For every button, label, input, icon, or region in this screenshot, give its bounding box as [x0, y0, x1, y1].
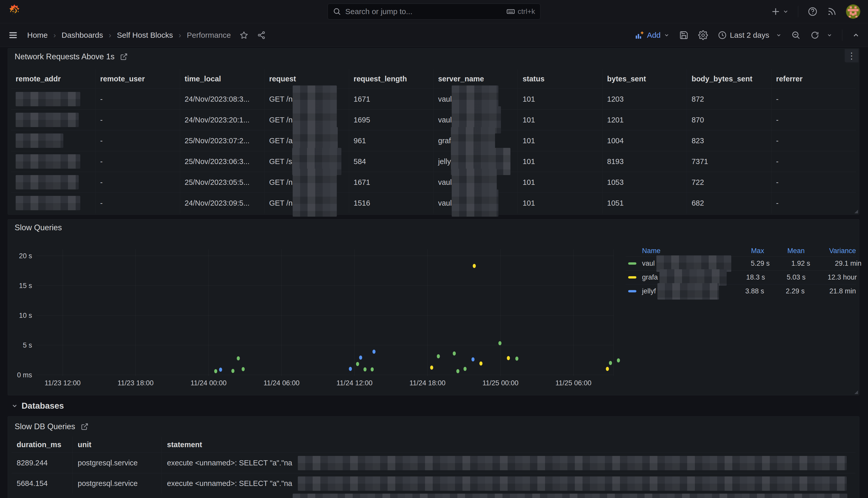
- grafana-logo[interactable]: [8, 4, 21, 19]
- column-header[interactable]: remote_user: [95, 69, 180, 89]
- scatter-point: [606, 367, 609, 371]
- breadcrumb-home[interactable]: Home: [27, 31, 48, 40]
- table-row: -24/Nov/2023:20:1...GET /n1695vaul101120…: [11, 109, 856, 130]
- breadcrumb-dashboards[interactable]: Dashboards: [62, 31, 103, 40]
- scatter-point: [515, 356, 518, 361]
- cell-referrer: -: [772, 130, 856, 151]
- redacted-value: [16, 113, 79, 127]
- add-button[interactable]: Add: [635, 30, 669, 40]
- panel-resize-handle[interactable]: [854, 210, 858, 213]
- legend-series-name[interactable]: vaul: [642, 260, 731, 268]
- x-axis-tick-label: 11/23 18:00: [105, 379, 166, 387]
- cell-bytes-sent: 1004: [602, 130, 687, 151]
- cell-remote-user: -: [95, 172, 180, 193]
- breadcrumb-folder[interactable]: Self Host Blocks: [117, 31, 173, 40]
- legend-sort-variance[interactable]: Variance: [805, 247, 856, 255]
- cell-remote-user: -: [95, 193, 180, 213]
- section-row-databases[interactable]: Databases: [11, 401, 64, 411]
- cell-remote-user: -: [95, 109, 180, 130]
- panel-title: Slow Queries: [15, 223, 62, 232]
- cell-remote-addr: [11, 172, 95, 193]
- star-button[interactable]: [240, 31, 248, 40]
- legend-body: vaul5.29 s1.92 s29.1 mingrafa18.3 s5.03 …: [626, 257, 856, 298]
- scatter-point: [430, 366, 433, 370]
- cell-referrer: -: [772, 89, 856, 109]
- refresh-button[interactable]: [810, 30, 832, 40]
- legend-sort-name[interactable]: Name: [642, 247, 725, 255]
- scatter-point: [349, 367, 352, 371]
- column-header[interactable]: bytes_sent: [602, 69, 687, 89]
- scatter-point: [617, 358, 620, 363]
- legend-mean-value: 2.29 s: [764, 287, 805, 295]
- column-header[interactable]: request_length: [349, 69, 433, 89]
- x-axis-tick-label: 11/25 00:00: [470, 379, 531, 387]
- save-dashboard-button[interactable]: [679, 30, 689, 40]
- search-box[interactable]: ctrl+k: [328, 4, 540, 19]
- cell-remote-user: -: [95, 151, 180, 172]
- panel-resize-handle[interactable]: [854, 391, 858, 394]
- time-range-picker[interactable]: Last 2 days: [718, 30, 782, 40]
- legend-variance-value: 29.1 min: [810, 260, 862, 267]
- cell-status: 101: [518, 172, 602, 193]
- gridline-vertical: [500, 249, 501, 376]
- legend-sort-mean[interactable]: Mean: [764, 247, 805, 255]
- legend-mean-value: 1.92 s: [770, 260, 810, 267]
- cell-status: 101: [518, 130, 602, 151]
- redacted-value: [16, 92, 80, 106]
- cell-request-length: 1695: [349, 109, 433, 130]
- column-header[interactable]: time_local: [180, 69, 265, 89]
- redacted-value: [452, 189, 498, 217]
- scatter-point: [237, 356, 240, 361]
- cell-remote-addr: [11, 130, 95, 151]
- cell-bytes-sent: 1051: [602, 193, 687, 213]
- cell-statement: execute <unnamed>: SELECT "a"."na: [162, 473, 855, 494]
- column-header[interactable]: statement: [162, 437, 855, 453]
- share-button[interactable]: [257, 31, 266, 40]
- redacted-value: [16, 175, 79, 189]
- dashboard-settings-button[interactable]: [698, 30, 708, 40]
- series-color: [628, 276, 636, 278]
- section-title: Databases: [22, 401, 64, 411]
- column-header[interactable]: unit: [72, 437, 162, 453]
- series-color: [628, 290, 636, 292]
- slow-db-table-body: 8289.244postgresql.serviceexecute <unnam…: [12, 453, 855, 494]
- legend-max-value: 3.88 s: [725, 287, 764, 295]
- external-link-icon[interactable]: [81, 423, 89, 431]
- collapse-toolbar-button[interactable]: [852, 31, 860, 39]
- column-header[interactable]: body_bytes_sent: [687, 69, 771, 89]
- breadcrumb-separator: ›: [178, 31, 181, 40]
- user-avatar[interactable]: [846, 4, 860, 19]
- scatter-point: [479, 362, 483, 366]
- panel-menu-button[interactable]: ⋮: [845, 49, 858, 62]
- zoom-out-button[interactable]: [791, 30, 801, 40]
- refresh-interval-dropdown[interactable]: [827, 32, 832, 38]
- mega-menu-button[interactable]: [8, 30, 18, 40]
- legend-sort-max[interactable]: Max: [725, 247, 764, 255]
- legend-max-value: 18.3 s: [727, 273, 765, 281]
- column-header[interactable]: status: [518, 69, 602, 89]
- scatter-point: [214, 369, 217, 373]
- legend-series-name[interactable]: jellyf: [642, 287, 725, 296]
- legend-variance-value: 12.3 hour: [806, 273, 857, 281]
- cell-time-local: 24/Nov/2023:09:5...: [180, 193, 265, 213]
- x-axis-tick-label: 11/23 12:00: [32, 379, 93, 387]
- new-button[interactable]: [771, 7, 789, 16]
- column-header[interactable]: referrer: [772, 69, 856, 89]
- x-axis-tick-label: 11/24 00:00: [178, 379, 239, 387]
- legend-row: grafa18.3 s5.03 s12.3 hour: [626, 270, 856, 284]
- breadcrumb: Home › Dashboards › Self Host Blocks › P…: [27, 31, 231, 40]
- search-input[interactable]: [345, 7, 506, 16]
- external-link-icon[interactable]: [120, 53, 128, 61]
- cell-duration-ms: 5684.154: [12, 473, 72, 494]
- y-axis-tick-label: 5 s: [5, 341, 32, 349]
- legend-series-name[interactable]: grafa: [642, 273, 727, 281]
- column-header[interactable]: remote_addr: [11, 69, 95, 89]
- help-button[interactable]: [808, 6, 818, 17]
- news-rss-button[interactable]: [827, 7, 837, 16]
- cell-duration-ms: 8289.244: [12, 453, 72, 473]
- column-header[interactable]: duration_ms: [12, 437, 72, 453]
- cell-bytes-sent: 1203: [602, 89, 687, 109]
- chevron-down-icon: [664, 32, 669, 38]
- gridline-horizontal: [37, 375, 613, 375]
- slow-db-table-header: duration_ms unit statement: [12, 437, 855, 453]
